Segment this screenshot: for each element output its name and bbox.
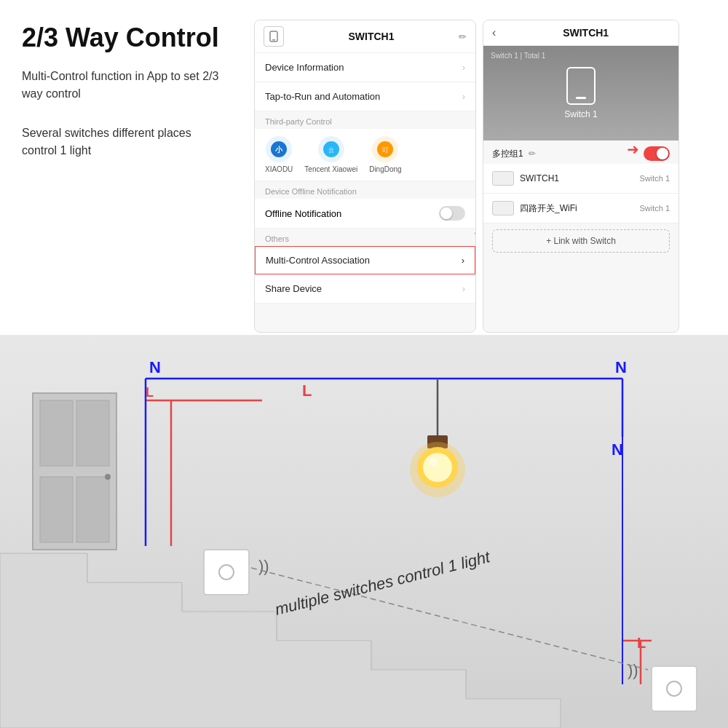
left-panel: 2/3 Way Control Multi-Control function i…: [0, 0, 248, 335]
svg-text:)): )): [628, 661, 638, 679]
desc-text2: Several switches different places contro…: [22, 124, 226, 159]
svg-rect-43: [652, 666, 697, 711]
tp-xiaodu-label: XIAODU: [265, 165, 293, 173]
right-phone: ‹ SWITCH1 Switch 1 | Total 1 Switch 1 多控…: [483, 20, 679, 333]
tp-xiaodu[interactable]: 小 XIAODU: [265, 136, 293, 173]
chevron-icon: ›: [462, 284, 465, 294]
multicontrol-group-label: 多控组1 ✏: [492, 148, 536, 160]
svg-text:N: N: [612, 440, 623, 459]
svg-text:N: N: [615, 358, 627, 376]
chevron-icon: ›: [462, 92, 465, 102]
svg-text:L: L: [302, 381, 312, 400]
device-phone-icon: [566, 67, 596, 105]
svg-rect-16: [40, 477, 73, 542]
device-sub-switch1: Switch 1: [639, 174, 670, 183]
svg-text:multiple switches control 1 li: multiple switches control 1 light: [273, 547, 492, 619]
device-list-item-switch1: SWITCH1 Switch 1: [483, 164, 678, 194]
svg-marker-8: [0, 553, 561, 728]
svg-rect-17: [76, 400, 109, 466]
multicontrol-section-wrapper: 多控组1 ✏ ➜: [483, 141, 678, 164]
svg-point-19: [105, 474, 111, 480]
left-phone-header: SWITCH1 ✏: [255, 20, 475, 53]
device-name-4way: 四路开关_WiFi: [520, 202, 633, 215]
icon-bar: [576, 97, 586, 99]
offline-toggle[interactable]: [439, 206, 465, 221]
multicontrol-toggle[interactable]: [644, 146, 670, 161]
svg-rect-18: [76, 477, 109, 542]
device-name-switch1: SWITCH1: [520, 173, 633, 183]
phone-device-icon: [264, 26, 284, 47]
device-sub-4way: Switch 1: [639, 204, 670, 213]
svg-text:L: L: [146, 385, 154, 400]
red-arrow-toggle-icon: ➜: [627, 141, 639, 158]
left-phone: SWITCH1 ✏ Device Information › Tap-to-Ru…: [254, 20, 476, 333]
offline-label: Offline Notification: [265, 208, 341, 219]
svg-text:小: 小: [274, 146, 283, 154]
svg-point-35: [423, 453, 452, 482]
tp-dingdong[interactable]: 叮 DingDong: [369, 136, 401, 173]
svg-text:叮: 叮: [382, 146, 389, 154]
svg-rect-1: [272, 39, 275, 41]
section-offline: Device Offline Notification: [255, 181, 475, 199]
device-thumb-icon: [492, 171, 514, 186]
svg-point-36: [429, 458, 438, 467]
bottom-diagram: N N L L )) N L: [0, 335, 728, 728]
main-title: 2/3 Way Control: [22, 22, 226, 53]
link-switch-button[interactable]: + Link with Switch: [492, 229, 670, 253]
device-icon-wrapper: Switch 1: [564, 67, 597, 119]
offline-notification-row: Offline Notification: [255, 199, 475, 229]
svg-rect-28: [204, 550, 249, 595]
menu-item-device-info[interactable]: Device Information ›: [255, 53, 475, 82]
svg-text:N: N: [149, 358, 161, 376]
menu-item-tap-to-run[interactable]: Tap-to-Run and Automation ›: [255, 82, 475, 111]
third-party-row: 小 XIAODU 云 Tencent Xiaowei: [255, 129, 475, 181]
back-arrow-icon[interactable]: ‹: [492, 26, 496, 39]
chevron-icon: ›: [462, 63, 465, 73]
left-phone-title: SWITCH1: [290, 31, 453, 42]
device-name: Switch 1: [564, 109, 597, 119]
banner-label: Switch 1 | Total 1: [491, 52, 545, 60]
tp-tencent[interactable]: 云 Tencent Xiaowei: [304, 136, 357, 173]
svg-text:)): )): [258, 557, 269, 575]
desc-text1: Multi-Control function in App to set 2/3…: [22, 68, 226, 103]
right-phone-header: ‹ SWITCH1: [483, 20, 678, 46]
svg-rect-15: [40, 400, 73, 466]
svg-text:云: 云: [328, 147, 334, 154]
section-others: Others: [255, 229, 475, 246]
edit-icon[interactable]: ✏: [459, 31, 467, 42]
edit-small-icon[interactable]: ✏: [529, 149, 536, 159]
menu-list: Device Information › Tap-to-Run and Auto…: [255, 53, 475, 332]
multi-control-item[interactable]: Multi-Control Association ›: [255, 246, 475, 274]
device-banner: Switch 1 | Total 1 Switch 1: [483, 46, 678, 141]
share-label: Share Device: [265, 283, 322, 294]
tp-tencent-label: Tencent Xiaowei: [304, 165, 357, 173]
tp-dingdong-label: DingDong: [369, 165, 401, 173]
right-phone-title: SWITCH1: [502, 27, 670, 39]
section-third-party: Third-party Control: [255, 111, 475, 129]
chevron-icon: ›: [462, 255, 464, 266]
menu-item-share[interactable]: Share Device ›: [255, 274, 475, 304]
device-thumb-icon2: [492, 201, 514, 215]
device-list-item-4way: 四路开关_WiFi Switch 1: [483, 194, 678, 223]
multi-control-label: Multi-Control Association: [266, 255, 370, 266]
